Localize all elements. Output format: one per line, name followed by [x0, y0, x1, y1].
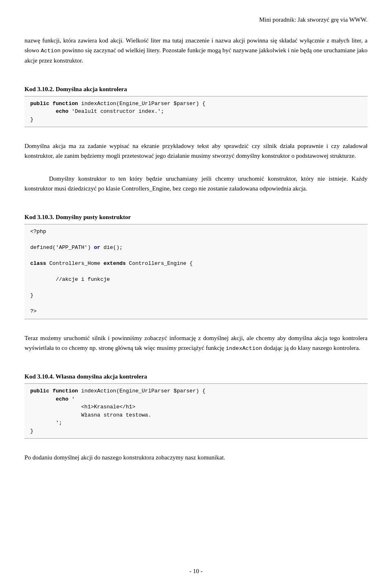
- paragraph-4: Teraz możemy uruchomić silnik i powinniś…: [24, 333, 368, 353]
- page-footer: - 10 -: [0, 568, 392, 575]
- header-title: Mini poradnik: Jak stworzyć grę via WWW.: [259, 16, 368, 23]
- code-block-1: public function indexAction(Engine_UrlPa…: [24, 96, 368, 128]
- page-header: Mini poradnik: Jak stworzyć grę via WWW.: [24, 16, 368, 23]
- section-title-3: Kod 3.10.4. Własna domyślna akcja kontro…: [24, 373, 368, 380]
- page: Mini poradnik: Jak stworzyć grę via WWW.…: [0, 0, 392, 587]
- paragraph-2: Domyślna akcja ma za zadanie wypisać na …: [24, 141, 368, 161]
- paragraph-5: Po dodaniu domyślnej akcji do naszego ko…: [24, 453, 368, 462]
- section-title-1: Kod 3.10.2. Domyślna akcja kontrolera: [24, 86, 368, 93]
- paragraph-3: Domyślny konstruktor to ten który będzie…: [24, 174, 368, 193]
- inline-code-action: Action: [41, 48, 61, 54]
- paragraph-1: nazwę funkcji, która zawiera kod akcji. …: [24, 36, 368, 65]
- section-title-2: Kod 3.10.3. Domyślny pusty konstruktor: [24, 214, 368, 221]
- code-block-3: public function indexAction(Engine_UrlPa…: [24, 383, 368, 439]
- inline-code-indexaction: indexAction: [226, 345, 262, 352]
- code-block-2: <?php defined('APP_PATH') or die(); clas…: [24, 224, 368, 319]
- inline-code-controllers-engine: Controllers_Engine: [122, 185, 169, 192]
